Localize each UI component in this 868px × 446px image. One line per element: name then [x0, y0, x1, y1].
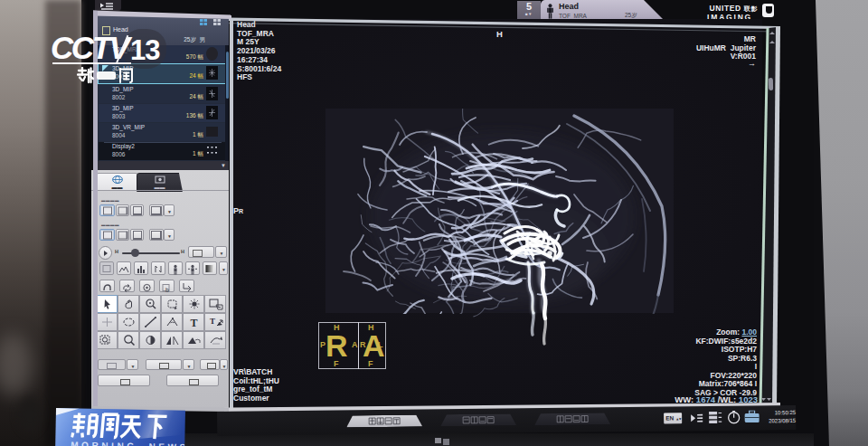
svg-text:T: T [191, 317, 198, 329]
svg-text:b: b [165, 287, 169, 293]
svg-text:T: T [210, 317, 215, 326]
